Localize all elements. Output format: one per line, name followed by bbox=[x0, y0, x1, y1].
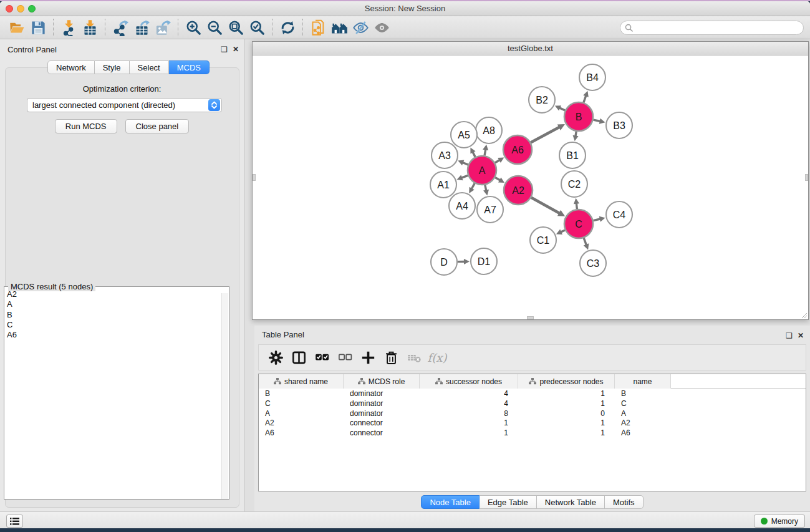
show-all-button[interactable] bbox=[371, 18, 392, 37]
graph-node-label: C1 bbox=[537, 235, 550, 246]
edge-C-C4[interactable] bbox=[593, 219, 600, 221]
column-header-successor-nodes[interactable]: successor nodes bbox=[420, 374, 518, 389]
table-row[interactable]: Bdominator41B bbox=[259, 389, 806, 399]
control-panel-title: Control Panel bbox=[7, 45, 57, 54]
settings-button[interactable] bbox=[266, 348, 285, 367]
edge-A-A8[interactable] bbox=[485, 150, 486, 156]
column-header-name[interactable]: name bbox=[615, 374, 671, 389]
tab-mcds[interactable]: MCDS bbox=[169, 60, 210, 74]
criterion-select[interactable]: largest connected component (directed) bbox=[27, 98, 222, 112]
save-session-button[interactable] bbox=[27, 18, 49, 37]
close-panel-icon[interactable]: ✕ bbox=[233, 45, 239, 54]
column-header-shared-name[interactable]: shared name bbox=[259, 374, 344, 389]
edge-C-C1[interactable] bbox=[561, 230, 565, 232]
function-builder-icon: f(x) bbox=[428, 351, 447, 364]
edge-B-B4[interactable] bbox=[584, 95, 586, 102]
columns-icon bbox=[292, 351, 306, 365]
tab-style[interactable]: Style bbox=[95, 60, 130, 74]
table-row[interactable]: A6connector11A6 bbox=[259, 428, 806, 438]
table-cell: B bbox=[259, 389, 344, 399]
hide-selected-button[interactable] bbox=[350, 18, 371, 37]
tab-select[interactable]: Select bbox=[130, 60, 169, 74]
close-panel-button[interactable]: Close panel bbox=[125, 119, 190, 133]
table-row[interactable]: Cdominator41C bbox=[259, 399, 806, 409]
edge-A-A2[interactable] bbox=[495, 178, 500, 180]
zoom-in-button[interactable] bbox=[183, 18, 204, 37]
attribute-icon bbox=[358, 378, 365, 385]
edge-B-B1[interactable] bbox=[576, 132, 576, 137]
edge-C-C3[interactable] bbox=[584, 238, 586, 245]
add-row-button[interactable] bbox=[359, 348, 377, 367]
float-panel-icon[interactable]: ❑ bbox=[221, 45, 228, 54]
graph-node-label: D1 bbox=[478, 256, 491, 267]
network-window-titlebar[interactable]: testGlobe.txt bbox=[253, 42, 808, 56]
tab-edge-table[interactable]: Edge Table bbox=[480, 495, 537, 509]
close-panel-icon[interactable]: ✕ bbox=[798, 331, 804, 340]
edge-C-C2[interactable] bbox=[576, 203, 577, 209]
column-label: successor nodes bbox=[446, 377, 502, 386]
zoom-fit-button[interactable] bbox=[225, 18, 246, 37]
graph-node-label: A2 bbox=[512, 185, 524, 196]
resize-handle-left[interactable] bbox=[253, 174, 256, 181]
edge-A6-B[interactable] bbox=[531, 127, 559, 143]
run-mcds-button[interactable]: Run MCDS bbox=[55, 119, 117, 133]
column-label: predecessor nodes bbox=[539, 377, 603, 386]
mcds-result-item[interactable]: C bbox=[7, 320, 17, 330]
column-header-predecessor-nodes[interactable]: predecessor nodes bbox=[518, 374, 615, 389]
edge-B-B3[interactable] bbox=[593, 120, 600, 121]
tab-node-table[interactable]: Node Table bbox=[421, 495, 480, 509]
network-from-file-button[interactable] bbox=[307, 18, 329, 37]
network-window-title: testGlobe.txt bbox=[253, 44, 808, 53]
mcds-result-item[interactable]: A2 bbox=[7, 289, 17, 299]
tab-network-table[interactable]: Network Table bbox=[537, 495, 605, 509]
mcds-scrollbar[interactable] bbox=[221, 293, 228, 499]
edge-A-A5[interactable] bbox=[473, 152, 475, 157]
memory-button[interactable]: Memory bbox=[754, 515, 805, 528]
resize-handle-right[interactable] bbox=[805, 174, 808, 181]
table-cell: 1 bbox=[518, 418, 615, 428]
export-image-icon bbox=[155, 19, 171, 36]
table-row[interactable]: Adominator80A bbox=[259, 409, 806, 418]
delete-row-button[interactable] bbox=[382, 348, 400, 367]
network-canvas[interactable]: B4B2BB3A8A5A6B1A3AA1C2A2A4A7C4CC1C3DD1 bbox=[253, 56, 808, 319]
import-table-button[interactable] bbox=[79, 18, 100, 37]
apply-layout-button[interactable] bbox=[329, 18, 350, 37]
edge-A-A1[interactable] bbox=[461, 175, 468, 178]
export-table-button[interactable] bbox=[131, 18, 152, 37]
export-network-icon bbox=[112, 19, 129, 36]
select-all-icon bbox=[315, 351, 329, 365]
mcds-result-item[interactable]: A bbox=[7, 299, 17, 309]
select-all-button[interactable] bbox=[312, 348, 331, 367]
zoom-selected-button[interactable] bbox=[246, 18, 268, 37]
edge-A2-C[interactable] bbox=[531, 198, 559, 213]
search-input[interactable] bbox=[633, 22, 803, 34]
export-image-button[interactable] bbox=[152, 18, 173, 37]
tab-motifs[interactable]: Motifs bbox=[605, 495, 644, 509]
table-row[interactable]: A2connector11A2 bbox=[259, 418, 806, 428]
zoom-out-button[interactable] bbox=[204, 18, 225, 37]
resize-grip-icon[interactable] bbox=[800, 311, 808, 319]
float-panel-icon[interactable]: ❑ bbox=[786, 331, 793, 340]
toolbar-separator bbox=[53, 19, 54, 36]
resize-handle-bottom[interactable] bbox=[527, 316, 534, 319]
edge-A-A3[interactable] bbox=[463, 163, 468, 165]
refresh-button[interactable] bbox=[277, 18, 298, 37]
edge-B-B2[interactable] bbox=[559, 108, 565, 110]
edge-A-A4[interactable] bbox=[471, 183, 475, 189]
column-header-MCDS-role[interactable]: MCDS role bbox=[344, 374, 420, 389]
import-network-button[interactable] bbox=[58, 18, 79, 37]
edge-A-A6[interactable] bbox=[495, 160, 500, 163]
mcds-result-item[interactable]: A6 bbox=[7, 330, 17, 340]
graph-node-label: B1 bbox=[566, 150, 579, 161]
deselect-all-button[interactable] bbox=[335, 348, 354, 367]
save-session-icon bbox=[30, 19, 47, 36]
mcds-result-item[interactable]: B bbox=[7, 310, 17, 320]
edge-A-A7[interactable] bbox=[485, 185, 486, 191]
tab-network[interactable]: Network bbox=[47, 60, 95, 74]
export-network-button[interactable] bbox=[110, 18, 131, 37]
edge-arrowhead-icon bbox=[599, 118, 605, 124]
task-history-button[interactable] bbox=[6, 515, 23, 528]
open-file-button[interactable] bbox=[6, 18, 27, 37]
columns-button[interactable] bbox=[289, 348, 308, 367]
mcds-action-buttons: Run MCDS Close panel bbox=[0, 119, 244, 133]
